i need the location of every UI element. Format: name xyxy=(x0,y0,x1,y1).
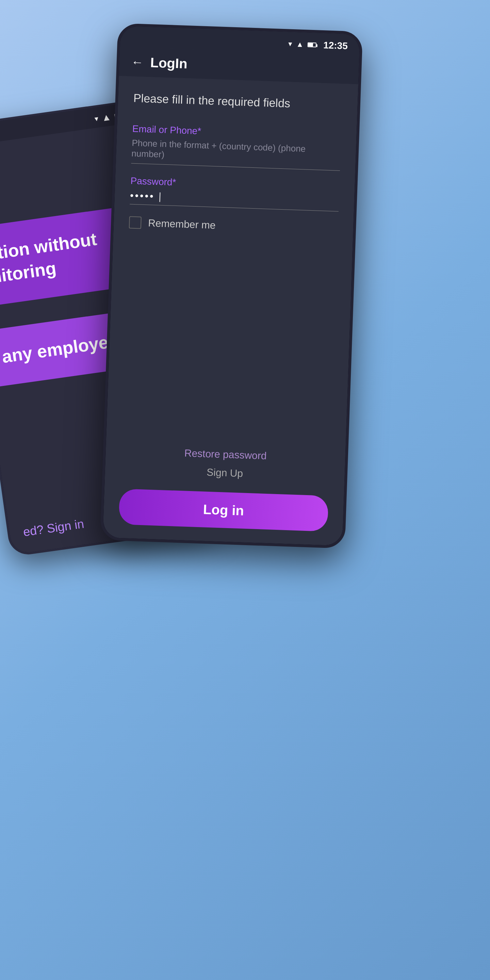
email-field-container[interactable]: Phone in the format + (country code) (ph… xyxy=(131,137,340,170)
form-subtitle: Please fill in the required fields xyxy=(133,90,342,114)
page-title: LogIn xyxy=(150,55,188,72)
login-form: Please fill in the required fields Email… xyxy=(103,76,358,546)
email-hint: Phone in the format + (country code) (ph… xyxy=(131,137,341,166)
sign-in-link[interactable]: Sign in xyxy=(46,517,85,536)
remember-checkbox[interactable] xyxy=(129,216,142,229)
signal-icon-back: ▲ xyxy=(101,111,112,124)
password-field-container[interactable]: ••••• xyxy=(130,189,339,211)
form-spacer xyxy=(121,239,337,452)
remember-label: Remember me xyxy=(148,217,216,231)
sign-up-link[interactable]: Sign Up xyxy=(120,463,329,482)
wifi-icon: ▾ xyxy=(288,40,292,48)
login-button[interactable]: Log in xyxy=(118,488,328,531)
remember-me-row[interactable]: Remember me xyxy=(129,216,338,235)
phone-front: ▾ ▲ 12:35 ← LogIn Please fill in the req… xyxy=(100,23,363,549)
password-value: ••••• xyxy=(130,189,339,208)
battery-icon xyxy=(308,42,317,47)
back-button[interactable]: ← xyxy=(131,55,143,69)
signal-icon: ▲ xyxy=(296,40,304,49)
wifi-icon-back: ▾ xyxy=(94,115,99,124)
cursor xyxy=(159,192,160,202)
status-time: 12:35 xyxy=(323,40,348,51)
